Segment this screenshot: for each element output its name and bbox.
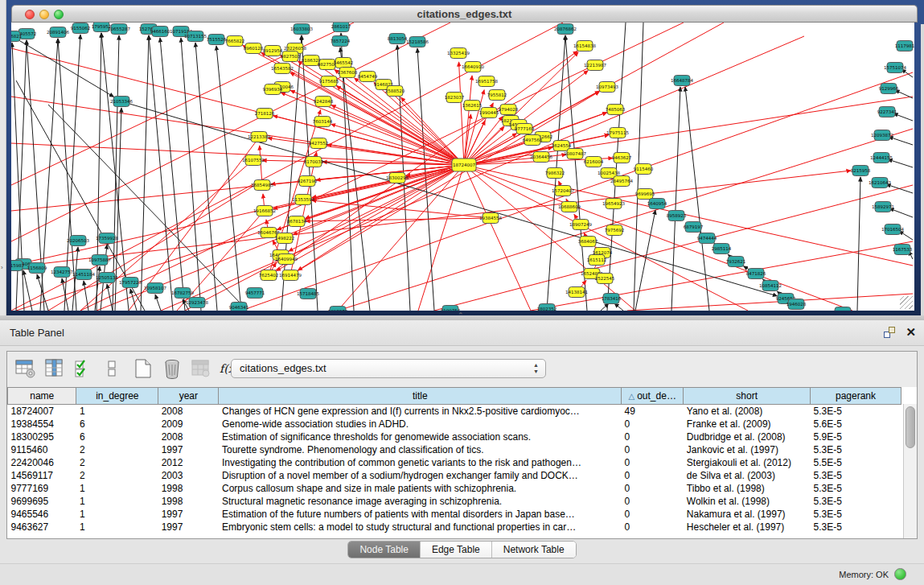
graph-edge[interactable] [895,90,913,98]
table-row[interactable]: 969969511998Structural magnetic resonanc… [8,495,901,508]
graph-edge[interactable] [149,35,173,311]
graph-edge[interactable] [464,165,852,311]
table-cell: Genome-wide association studies in ADHD. [219,418,622,431]
node-label: 6879197 [684,225,704,229]
table-row[interactable]: 946554611997Estimation of the future num… [8,508,901,521]
graph-edge[interactable] [888,159,913,167]
tab-edge-table[interactable]: Edge Table [420,542,491,558]
node-label: 16640910 [462,64,484,69]
new-document-icon[interactable] [133,358,155,381]
table-settings-icon[interactable] [15,358,38,381]
graph-edge[interactable] [62,278,68,311]
table-cell: 0 [622,508,684,521]
node-label: 1783416 [602,296,622,301]
graph-edge[interactable] [464,165,531,311]
select-column-icon[interactable] [44,358,67,381]
table-select-dropdown[interactable]: citations_edges.txt ▲▼ [231,359,546,378]
column-header-name[interactable]: name [8,388,76,405]
node-label: 1990445 [479,110,499,115]
table-row[interactable]: 1938455462009Genome-wide association stu… [8,418,901,431]
table-cell: 5.3E-5 [811,482,901,495]
graph-edge[interactable] [685,87,709,311]
tab-network-table[interactable]: Network Table [491,542,576,558]
graph-edge[interactable] [899,231,913,240]
table-cell: Wolkin et al. (1998) [684,495,811,508]
node-label: 1802352 [537,307,557,311]
graph-edge[interactable] [459,62,464,165]
node-label: 2718126 [255,111,275,116]
window-resize-handle[interactable] [900,296,913,309]
splitter-handle-icon[interactable]: ⌃ [458,311,464,319]
graph-edge[interactable] [627,294,913,311]
graph-edge[interactable] [293,165,464,235]
column-header-pagerank[interactable]: pagerank [811,388,901,405]
float-panel-icon[interactable] [884,327,895,338]
node-label: 16951758 [475,79,498,84]
table-row[interactable]: 1872400712008Changes of HCN gene express… [8,405,901,418]
expand-panel-icon[interactable]: › [1,264,3,271]
node-label: 9777169 [515,126,535,131]
graph-edge[interactable] [12,36,114,97]
node-label: 1117981 [895,43,914,48]
node-label: 16107552 [242,158,265,163]
graph-edge[interactable] [857,177,860,311]
graph-edge[interactable] [464,165,913,266]
table-cell: de Silva et al. (2003) [684,469,811,482]
trash-icon[interactable] [162,358,184,381]
node-label: 20876862 [554,27,577,31]
table-row[interactable]: 2242004622012Investigating the contribut… [8,456,901,469]
graph-edge[interactable] [434,185,913,311]
column-header-title[interactable]: title [219,388,622,405]
graph-edge[interactable] [886,184,913,193]
graph-edge[interactable] [216,46,241,311]
graph-edge[interactable] [635,210,655,311]
select-all-checks-icon[interactable] [73,358,96,381]
window-titlebar[interactable]: citations_edges.txt [11,5,918,23]
table-scrollbar[interactable] [903,404,917,538]
graph-edge[interactable] [889,137,913,145]
graph-edge[interactable] [614,303,623,311]
table-cell: 1 [76,521,158,534]
graph-edge[interactable] [11,143,464,165]
table-row[interactable]: 977716911998Corpus callosum shape and si… [8,482,901,495]
graph-edge[interactable] [671,87,680,311]
control-panel-collapsed-strip[interactable]: › [0,0,6,315]
graph-edge[interactable] [565,35,587,311]
scrollbar-thumb[interactable] [906,406,915,448]
node-label: 9474444 [697,236,717,241]
right-edge-sliver [921,24,924,315]
column-header-in_degree[interactable]: in_degree [76,388,158,405]
table-row[interactable]: 1456911722003Disruption of a novel membe… [8,469,901,482]
graph-edge[interactable] [464,76,472,165]
unselect-all-icon[interactable] [102,358,125,381]
table-panel-header: Table Panel ✕ [0,320,924,346]
graph-edge[interactable] [893,113,913,121]
table-cell: 1 [76,495,158,508]
graph-edge[interactable] [11,23,450,241]
import-table-icon[interactable] [191,358,213,381]
column-header-out_de[interactable]: △out_de… [622,388,684,405]
graph-edge[interactable] [23,270,32,311]
graph-edge[interactable] [97,33,101,311]
graph-edge[interactable] [889,208,913,217]
network-view[interactable]: 1872400776658228960128891295423226058982… [11,23,914,311]
graph-edge[interactable] [464,165,635,311]
node-label: 8958923 [667,213,687,218]
table-cell: 5.5E-5 [811,456,901,469]
graph-edge[interactable] [290,92,600,275]
node-label: 1946028 [786,302,807,307]
column-header-year[interactable]: year [158,388,219,405]
table-cell: Stergiakouli et al. (2012) [684,456,811,469]
graph-edge[interactable] [607,23,626,311]
memory-status-indicator[interactable] [894,568,906,580]
table-row[interactable]: 946362711997Embryonic stem cells: a mode… [8,521,901,534]
node-label: 9227341 [877,109,897,114]
graph-edge[interactable] [160,38,185,311]
tab-node-table[interactable]: Node Table [348,542,420,558]
table-row[interactable]: 911546021997Tourette syndrome. Phenomeno… [8,443,901,456]
column-header-short[interactable]: short [684,388,811,405]
close-panel-icon[interactable]: ✕ [906,325,916,340]
table-cell: 49 [622,405,684,418]
table-row[interactable]: 1830029562008Estimation of significance … [8,431,901,443]
graph-edge[interactable] [155,295,161,311]
